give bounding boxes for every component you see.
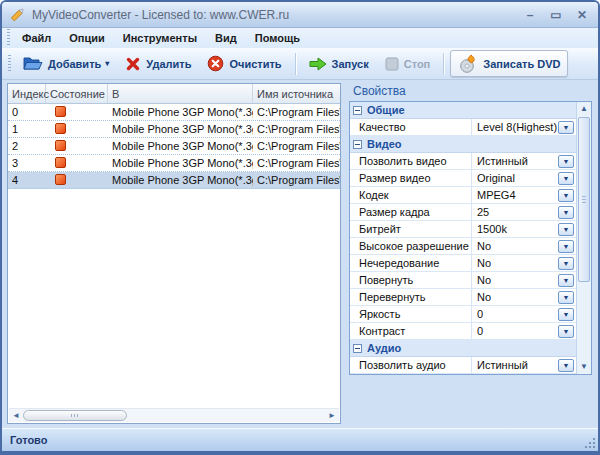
property-value[interactable]: No: [472, 274, 558, 286]
dropdown-icon[interactable]: ▼: [558, 257, 574, 270]
property-value[interactable]: 0: [472, 325, 558, 337]
property-row: Нечередование No ▼: [350, 255, 576, 272]
status-icon: [46, 157, 108, 170]
property-value[interactable]: No: [472, 257, 558, 269]
window-title: MyVideoConverter - Licensed to: www.CWER…: [32, 8, 289, 22]
property-value[interactable]: No: [472, 291, 558, 303]
cell-format: Mobile Phone 3GP Mono(*.3gp): [108, 106, 253, 118]
add-button[interactable]: Добавить ▾: [16, 53, 116, 75]
start-button[interactable]: Запуск: [302, 54, 376, 74]
property-row: Размер видео Original ▼: [350, 170, 576, 187]
property-value[interactable]: No: [472, 240, 558, 252]
property-label: Размер кадра: [350, 204, 472, 220]
dropdown-icon[interactable]: ▼: [558, 172, 574, 185]
property-value[interactable]: MPEG4: [472, 189, 558, 201]
start-button-label: Запуск: [332, 58, 369, 70]
group-name: Общие: [367, 104, 405, 116]
panel-splitter[interactable]: [341, 80, 349, 428]
delete-button[interactable]: Удалить: [118, 53, 198, 75]
dropdown-icon[interactable]: ▼: [558, 206, 574, 219]
table-row[interactable]: 3 Mobile Phone 3GP Mono(*.3gp) C:\Progra…: [8, 155, 340, 172]
property-label: Яркость: [350, 306, 472, 322]
cell-source: C:\Program Files\: [253, 174, 340, 186]
group-row-audio[interactable]: Аудио: [350, 340, 576, 357]
clear-button[interactable]: Очистить: [200, 52, 288, 75]
cell-format: Mobile Phone 3GP Mono(*.3gp): [108, 174, 253, 186]
property-row: Позволить аудио Истинный ▼: [350, 357, 576, 374]
minimize-icon[interactable]: –: [522, 8, 538, 22]
dropdown-icon[interactable]: ▼: [558, 189, 574, 202]
vertical-scrollbar-thumb[interactable]: [578, 117, 590, 282]
dropdown-icon[interactable]: ▼: [558, 308, 574, 321]
horizontal-scrollbar[interactable]: ◄ ►: [9, 408, 339, 422]
dropdown-icon[interactable]: ▼: [558, 325, 574, 338]
dropdown-icon[interactable]: ▼: [558, 223, 574, 236]
menu-bar: Файл Опции Инструменты Вид Помощь: [2, 28, 598, 48]
table-row[interactable]: 1 Mobile Phone 3GP Mono(*.3gp) C:\Progra…: [8, 121, 340, 138]
scroll-down-icon[interactable]: ▼: [577, 360, 591, 374]
menu-view[interactable]: Вид: [206, 30, 246, 46]
group-name: Видео: [367, 138, 402, 150]
cell-format: Mobile Phone 3GP Mono(*.3gp): [108, 140, 253, 152]
property-value[interactable]: Истинный: [472, 359, 558, 371]
menubar-gripper[interactable]: [7, 29, 10, 47]
dropdown-icon[interactable]: ▼: [558, 359, 574, 372]
column-header-source[interactable]: Имя источника: [253, 84, 340, 103]
table-row-selected[interactable]: 4 Mobile Phone 3GP Mono(*.3gp) C:\Progra…: [8, 172, 340, 189]
cell-format: Mobile Phone 3GP Mono(*.3gp): [108, 157, 253, 169]
dropdown-icon[interactable]: ▼: [558, 121, 574, 134]
collapse-icon[interactable]: [353, 106, 362, 115]
property-value[interactable]: 0: [472, 308, 558, 320]
close-icon[interactable]: ✕: [574, 8, 590, 22]
status-icon: [46, 106, 108, 119]
menu-help[interactable]: Помощь: [246, 30, 309, 46]
properties-panel: Свойства Общие Качество Level 8(Highest)…: [349, 83, 592, 424]
properties-title: Свойства: [349, 83, 592, 101]
dropdown-icon[interactable]: ▼: [558, 240, 574, 253]
group-row-general[interactable]: Общие: [350, 102, 576, 119]
property-row: Яркость 0 ▼: [350, 306, 576, 323]
property-value[interactable]: Original: [472, 172, 558, 184]
file-list-header: Индекс Состояние В Имя источника: [8, 84, 340, 104]
burn-dvd-button[interactable]: Записать DVD: [450, 50, 568, 77]
toolbar-separator: [443, 53, 444, 75]
menu-options[interactable]: Опции: [60, 30, 114, 46]
property-value[interactable]: 1500k: [472, 223, 558, 235]
scroll-left-icon[interactable]: ◄: [9, 409, 23, 423]
maximize-icon[interactable]: ▭: [548, 8, 564, 22]
property-grid: Общие Качество Level 8(Highest) ▼ Видео …: [349, 101, 592, 375]
dropdown-icon[interactable]: ▼: [558, 155, 574, 168]
column-header-to[interactable]: В: [108, 84, 253, 103]
column-header-index[interactable]: Индекс: [8, 84, 46, 103]
property-row: Перевернуть No ▼: [350, 289, 576, 306]
dropdown-icon[interactable]: ▼: [558, 291, 574, 304]
cell-source: C:\Program Files\: [253, 157, 340, 169]
property-value[interactable]: Level 8(Highest): [472, 121, 558, 133]
menu-file[interactable]: Файл: [13, 30, 60, 46]
file-list-panel: Индекс Состояние В Имя источника 0 Mobil…: [7, 83, 341, 424]
property-label: Размер видео: [350, 170, 472, 186]
stop-button[interactable]: Стоп: [378, 54, 438, 74]
scroll-up-icon[interactable]: ▲: [577, 102, 591, 116]
resize-grip-icon[interactable]: [583, 436, 595, 448]
cell-index: 3: [8, 157, 46, 169]
collapse-icon[interactable]: [353, 140, 362, 149]
dropdown-icon[interactable]: ▼: [558, 274, 574, 287]
property-row: Повернуть No ▼: [350, 272, 576, 289]
toolbar-gripper[interactable]: [8, 55, 11, 73]
collapse-icon[interactable]: [353, 344, 362, 353]
table-row[interactable]: 0 Mobile Phone 3GP Mono(*.3gp) C:\Progra…: [8, 104, 340, 121]
menu-tools[interactable]: Инструменты: [114, 30, 206, 46]
property-label: Контраст: [350, 323, 472, 339]
property-row: Высокое разрешение No ▼: [350, 238, 576, 255]
table-row[interactable]: 2 Mobile Phone 3GP Mono(*.3gp) C:\Progra…: [8, 138, 340, 155]
scroll-right-icon[interactable]: ►: [325, 409, 339, 423]
status-bar: Готово: [2, 428, 598, 451]
column-header-state[interactable]: Состояние: [46, 84, 108, 103]
vertical-scrollbar[interactable]: ▲ ▼: [576, 102, 591, 374]
property-row: Кодек MPEG4 ▼: [350, 187, 576, 204]
group-row-video[interactable]: Видео: [350, 136, 576, 153]
property-value[interactable]: Истинный: [472, 155, 558, 167]
horizontal-scrollbar-thumb[interactable]: [23, 410, 127, 421]
property-value[interactable]: 25: [472, 206, 558, 218]
